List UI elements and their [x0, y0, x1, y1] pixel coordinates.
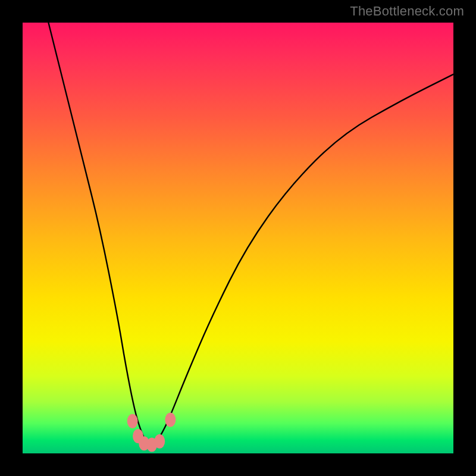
- bump-bottom-3: [154, 434, 165, 449]
- bump-left-upper: [127, 414, 138, 428]
- marker-group: [127, 413, 176, 452]
- watermark-text: TheBottleneck.com: [350, 4, 464, 19]
- curve-svg: [23, 23, 453, 453]
- plot-area: [23, 23, 453, 453]
- chart-frame: TheBottleneck.com: [0, 0, 476, 476]
- bump-right: [165, 413, 176, 427]
- bottleneck-curve: [48, 23, 453, 445]
